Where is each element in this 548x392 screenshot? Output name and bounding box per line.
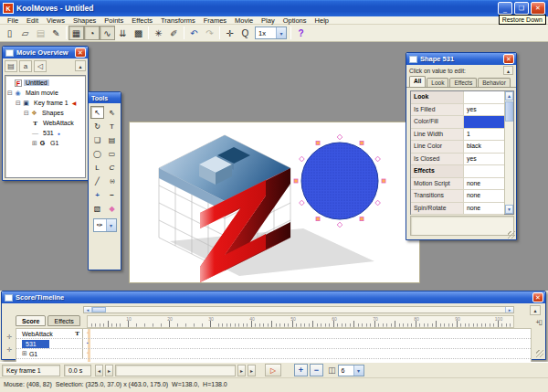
transform-tool[interactable]: ▧: [90, 202, 104, 215]
text-tool[interactable]: T: [105, 120, 119, 132]
symbol-icon[interactable]: ✳: [151, 26, 166, 40]
keyframe-marker[interactable]: ▫: [87, 330, 89, 335]
open-file-icon[interactable]: ▱: [17, 26, 33, 40]
polyline-tool[interactable]: L: [90, 161, 104, 174]
rollup-pin-icon[interactable]: ▴: [75, 60, 86, 71]
tab-effects[interactable]: Effects: [47, 315, 79, 326]
menu-frames[interactable]: Frames: [200, 16, 230, 25]
menu-points[interactable]: Points: [100, 16, 127, 25]
keyframe-marker[interactable]: ▫: [87, 350, 89, 355]
tab-effects[interactable]: Effects: [449, 78, 477, 87]
frame-step-end-icon[interactable]: ▸: [248, 365, 256, 376]
pan-hand-icon[interactable]: ✛: [222, 26, 237, 40]
row-label[interactable]: WebAttack: [22, 331, 53, 337]
expand-icon[interactable]: ⊞: [31, 140, 38, 147]
properties-icon[interactable]: ▤: [5, 60, 17, 72]
frame-step-back-icon[interactable]: ◂: [95, 365, 103, 376]
rollup-pin-icon[interactable]: ▴: [503, 66, 513, 75]
property-row-line-color[interactable]: Line Color black: [411, 141, 504, 154]
menu-movie[interactable]: Movie: [231, 16, 257, 25]
property-row-is-filled[interactable]: Is Filled yes: [411, 104, 504, 117]
add-motion-effect-icon[interactable]: ✛: [5, 333, 15, 342]
frame-slider-track[interactable]: [115, 365, 236, 376]
time-field[interactable]: 0.0 s: [64, 365, 91, 376]
scroll-right-icon[interactable]: ▸: [505, 307, 513, 313]
rectangle-tool[interactable]: ▭: [105, 147, 119, 160]
add-object-icon[interactable]: +▯: [535, 318, 542, 326]
line-tool[interactable]: ╱: [90, 175, 104, 187]
property-scrollbar[interactable]: ▲ ▼: [504, 91, 513, 214]
tree-item-keyframe-1[interactable]: ⊟ ▣ Key frame 1 ◀: [5, 98, 85, 108]
label-icon[interactable]: a: [19, 60, 32, 72]
curve-tool[interactable]: C: [105, 161, 119, 174]
timeline-close-icon[interactable]: ✕: [532, 292, 543, 302]
property-value[interactable]: 1: [464, 129, 504, 141]
tab-all[interactable]: All: [409, 76, 426, 87]
property-value[interactable]: none: [464, 203, 504, 215]
menu-options[interactable]: Options: [279, 16, 311, 25]
movie-overview-titlebar[interactable]: Movie Overview ✕: [3, 47, 88, 58]
new-file-icon[interactable]: ▯: [2, 26, 17, 40]
color-swatch[interactable]: [464, 116, 504, 128]
scroll-down-icon[interactable]: ▼: [505, 205, 513, 214]
curve-points-icon[interactable]: ∿: [100, 26, 115, 40]
scroll-thumb[interactable]: [92, 307, 106, 313]
frame-step-forward-icon[interactable]: ▸: [237, 365, 246, 376]
scroll-up-icon[interactable]: ▲: [505, 91, 513, 101]
select-tool[interactable]: ↖: [90, 106, 104, 119]
import-icon[interactable]: ⇊: [115, 26, 131, 40]
menu-file[interactable]: File: [4, 16, 22, 25]
reshape-tool[interactable]: ↻: [90, 120, 104, 132]
collapse-icon[interactable]: ⊟: [15, 100, 22, 107]
subselect-tool[interactable]: ⇖: [105, 106, 119, 119]
tab-score[interactable]: Score: [16, 315, 46, 326]
property-row-color-fill[interactable]: Color/Fill: [411, 116, 504, 129]
current-frame-field[interactable]: Key frame 1: [2, 365, 60, 376]
row-label[interactable]: 531: [22, 340, 49, 348]
chevron-down-icon[interactable]: ▾: [276, 27, 286, 38]
property-value[interactable]: black: [464, 141, 504, 153]
tree-item-webattack[interactable]: T WebAttack: [5, 118, 85, 128]
tools-titlebar[interactable]: Tools: [89, 92, 121, 103]
movie-overview-close-icon[interactable]: ✕: [75, 48, 86, 58]
sound-icon[interactable]: ◁: [34, 60, 47, 72]
chevron-down-icon[interactable]: ▾: [106, 219, 116, 231]
menu-transforms[interactable]: Transforms: [157, 16, 199, 25]
clock-icon[interactable]: ◔: [84, 26, 100, 40]
minimize-button[interactable]: _: [498, 2, 512, 15]
property-row-spin-rotate[interactable]: Spin/Rotate none: [411, 203, 504, 216]
snap-mode-dropdown[interactable]: ✑ ▾: [93, 218, 117, 232]
shape-531-circle[interactable]: [294, 134, 385, 228]
timeline-row-531[interactable]: 531 ▪: [16, 339, 531, 349]
redo-icon[interactable]: ↷: [202, 26, 217, 40]
chevron-down-icon[interactable]: ▾: [353, 366, 364, 376]
restore-button[interactable]: ❏: [514, 2, 529, 15]
property-value[interactable]: none: [464, 178, 504, 190]
paint-tool[interactable]: ❏: [90, 133, 104, 146]
shape-531-titlebar[interactable]: Shape 531 ✕: [406, 53, 516, 65]
timeline-row-g1[interactable]: ⊞ G1 ▫: [16, 349, 531, 359]
menu-help[interactable]: Help: [311, 16, 332, 25]
resize-grip[interactable]: [508, 231, 515, 238]
help-icon[interactable]: ?: [293, 26, 309, 40]
tree-item-531[interactable]: — 531 ●: [5, 128, 85, 138]
frame-ruler[interactable]: 10 20 30 40 50 60 70 80 90 100: [87, 315, 514, 328]
insert-point-tool[interactable]: (+): [105, 175, 119, 187]
add-shape-effect-icon[interactable]: ✛: [5, 345, 15, 355]
tab-behavior[interactable]: Behavior: [478, 78, 511, 87]
property-row-motion-script[interactable]: Motion Script none: [411, 178, 504, 191]
undo-icon[interactable]: ↶: [186, 26, 202, 40]
resize-grip[interactable]: [536, 350, 543, 357]
menu-shapes[interactable]: Shapes: [69, 16, 100, 25]
property-value[interactable]: yes: [464, 104, 504, 116]
timeline-hscrollbar[interactable]: ◂ ▸: [83, 306, 514, 313]
pen-icon[interactable]: ✎: [48, 26, 64, 40]
eraser-tool[interactable]: ◆: [105, 202, 119, 215]
draw-icon[interactable]: ✐: [166, 26, 182, 40]
menu-views[interactable]: Views: [43, 16, 68, 25]
timeline-titlebar[interactable]: Score/Timeline ✕: [2, 291, 545, 303]
property-value[interactable]: none: [464, 190, 504, 202]
menu-edit[interactable]: Edit: [23, 16, 42, 25]
keyframe-marker[interactable]: ▪: [87, 340, 89, 345]
shape-531-close-icon[interactable]: ✕: [503, 54, 514, 64]
